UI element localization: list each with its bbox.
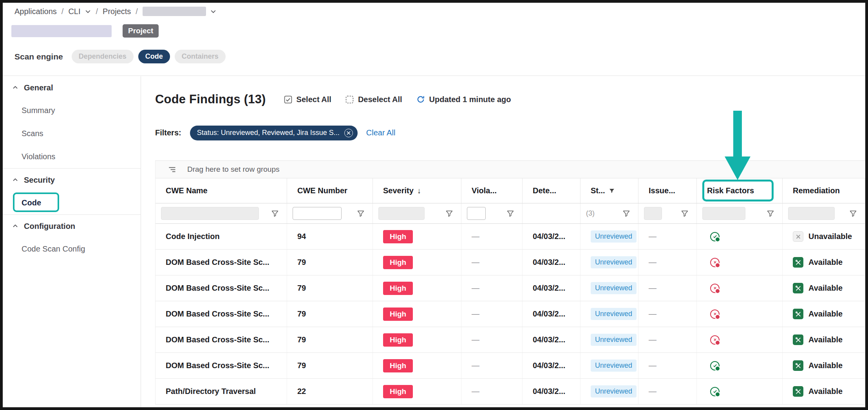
violations-filter-input[interactable] bbox=[467, 207, 486, 220]
column-header-cwe-name[interactable]: CWE Name bbox=[156, 178, 287, 203]
column-header-detected[interactable]: Dete... bbox=[523, 178, 580, 203]
scan-engine-tab-code[interactable]: Code bbox=[138, 50, 170, 63]
risk-factor-icon-green[interactable] bbox=[710, 387, 720, 396]
cwe-number-cell: 94 bbox=[287, 224, 373, 249]
column-header-severity[interactable]: Severity↓ bbox=[373, 178, 461, 203]
breadcrumb-separator: / bbox=[61, 7, 64, 16]
issue-cell: — bbox=[638, 250, 697, 275]
risk-factor-icon-red[interactable] bbox=[710, 335, 720, 345]
sidebar-item-scans[interactable]: Scans bbox=[3, 122, 141, 145]
severity-cell: High bbox=[373, 353, 461, 378]
risk-factors-filter-input[interactable] bbox=[702, 207, 745, 220]
scan-engine-tab-dependencies[interactable]: Dependencies bbox=[72, 50, 134, 63]
remediation-filter-input[interactable] bbox=[788, 207, 835, 220]
column-header-issue[interactable]: Issue... bbox=[638, 178, 697, 203]
risk-factor-icon-green[interactable] bbox=[710, 361, 720, 370]
issue-cell: — bbox=[638, 275, 697, 301]
severity-badge: High bbox=[383, 282, 413, 295]
filter-cell-cwe-number bbox=[287, 203, 373, 223]
remove-filter-icon[interactable] bbox=[344, 129, 353, 137]
scan-engine-tab-containers[interactable]: Containers bbox=[175, 50, 226, 63]
column-header-cwe-number[interactable]: CWE Number bbox=[287, 178, 373, 203]
sidebar-section-general[interactable]: General bbox=[3, 76, 141, 99]
remediation-available-icon bbox=[793, 334, 803, 345]
filters-label: Filters: bbox=[155, 128, 181, 137]
column-header-status[interactable]: St... bbox=[580, 178, 638, 203]
cwe-name-cell: DOM Based Cross-Site Sc... bbox=[156, 353, 287, 378]
table-row[interactable]: DOM Based Cross-Site Sc...79High—04/03/2… bbox=[156, 353, 865, 379]
severity-filter-input[interactable] bbox=[378, 207, 425, 220]
remediation-label: Available bbox=[808, 387, 843, 396]
column-header-risk-factors[interactable]: Risk Factors bbox=[697, 178, 783, 203]
page-title-row: Project bbox=[11, 24, 159, 38]
sidebar-item-code[interactable]: Code bbox=[3, 191, 141, 214]
cwe-name-filter-input[interactable] bbox=[161, 207, 259, 220]
breadcrumb-projects[interactable]: Projects bbox=[103, 7, 131, 16]
status-badge: Unreviewed bbox=[591, 308, 637, 320]
status-filter-chip[interactable]: Status: Unreviewed, Reviewed, Jira Issue… bbox=[190, 126, 358, 140]
breadcrumb-cli[interactable]: CLI bbox=[68, 7, 80, 16]
filter-funnel-icon[interactable] bbox=[681, 210, 689, 218]
filter-active-icon bbox=[609, 188, 615, 194]
sidebar-section-security[interactable]: Security bbox=[3, 169, 141, 191]
remediation-label: Available bbox=[808, 309, 843, 318]
sort-descending-icon: ↓ bbox=[417, 186, 421, 195]
issue-filter-input[interactable] bbox=[644, 207, 662, 220]
remediation-cell: Available bbox=[783, 353, 865, 378]
remediation-cell: Unavailable bbox=[783, 224, 865, 249]
table-row[interactable]: DOM Based Cross-Site Sc...79High—04/03/2… bbox=[156, 250, 865, 275]
sidebar-item-summary[interactable]: Summary bbox=[3, 99, 141, 122]
column-header-violations[interactable]: Viola... bbox=[461, 178, 523, 203]
refresh-button[interactable]: Updated 1 minute ago bbox=[416, 95, 511, 104]
chevron-up-icon bbox=[12, 177, 18, 183]
app-window: Applications / CLI / Projects / Project … bbox=[0, 0, 868, 410]
severity-cell: High bbox=[373, 250, 461, 275]
filter-funnel-icon[interactable] bbox=[271, 210, 279, 218]
sidebar-item-violations[interactable]: Violations bbox=[3, 145, 141, 168]
chevron-down-icon[interactable] bbox=[85, 8, 91, 15]
risk-factor-icon-red[interactable] bbox=[710, 284, 720, 293]
risk-factor-icon-red[interactable] bbox=[710, 309, 720, 319]
status-badge: Unreviewed bbox=[591, 256, 637, 268]
table-row[interactable]: DOM Based Cross-Site Sc...79High—04/03/2… bbox=[156, 327, 865, 353]
severity-badge: High bbox=[383, 385, 413, 398]
select-all-button[interactable]: Select All bbox=[284, 95, 331, 104]
remediation-available-icon bbox=[793, 283, 803, 293]
cwe-name-cell: DOM Based Cross-Site Sc... bbox=[156, 327, 287, 352]
column-header-remediation[interactable]: Remediation bbox=[783, 178, 865, 203]
severity-cell: High bbox=[373, 301, 461, 327]
sidebar-item-code-scan-config[interactable]: Code Scan Config bbox=[3, 237, 141, 261]
table-row[interactable]: DOM Based Cross-Site Sc...79High—04/03/2… bbox=[156, 301, 865, 327]
remediation-label: Unavailable bbox=[808, 232, 852, 241]
chevron-down-icon[interactable] bbox=[210, 8, 217, 15]
sidebar-section-configuration[interactable]: Configuration bbox=[3, 215, 141, 237]
table-row[interactable]: DOM Based Cross-Site Sc...79High—04/03/2… bbox=[156, 275, 865, 301]
table-row[interactable]: Path/Directory Traversal22High—04/03/2..… bbox=[156, 379, 865, 405]
detected-date-cell: 04/03/2... bbox=[523, 301, 580, 327]
deselect-all-label: Deselect All bbox=[358, 95, 402, 104]
remediation-available-icon bbox=[793, 257, 803, 268]
issue-cell: — bbox=[638, 327, 697, 352]
status-cell: Unreviewed bbox=[580, 250, 638, 275]
severity-cell: High bbox=[373, 327, 461, 352]
sidebar-section-label: Configuration bbox=[24, 222, 75, 231]
redacted-page-title bbox=[11, 25, 112, 37]
filter-funnel-icon[interactable] bbox=[767, 210, 774, 218]
risk-factor-icon-red[interactable] bbox=[710, 258, 720, 267]
remediation-cell: Available bbox=[783, 327, 865, 352]
filter-funnel-icon[interactable] bbox=[445, 210, 453, 218]
filter-funnel-icon[interactable] bbox=[506, 210, 514, 218]
row-group-drop-zone[interactable]: Drag here to set row groups bbox=[156, 161, 865, 178]
status-filter-count[interactable]: (3) bbox=[586, 209, 595, 218]
risk-factor-icon-green[interactable] bbox=[710, 232, 720, 241]
filter-funnel-icon[interactable] bbox=[622, 210, 630, 218]
cwe-number-filter-input[interactable] bbox=[293, 207, 342, 220]
deselect-all-button[interactable]: Deselect All bbox=[345, 95, 402, 104]
filter-funnel-icon[interactable] bbox=[357, 210, 365, 218]
clear-all-filters-link[interactable]: Clear All bbox=[366, 128, 395, 137]
breadcrumb-applications[interactable]: Applications bbox=[14, 7, 57, 16]
remediation-available-icon bbox=[793, 386, 803, 397]
filter-funnel-icon[interactable] bbox=[849, 210, 857, 218]
table-row[interactable]: Code Injection94High—04/03/2...Unreviewe… bbox=[156, 224, 865, 250]
filter-cell-severity bbox=[373, 203, 461, 223]
